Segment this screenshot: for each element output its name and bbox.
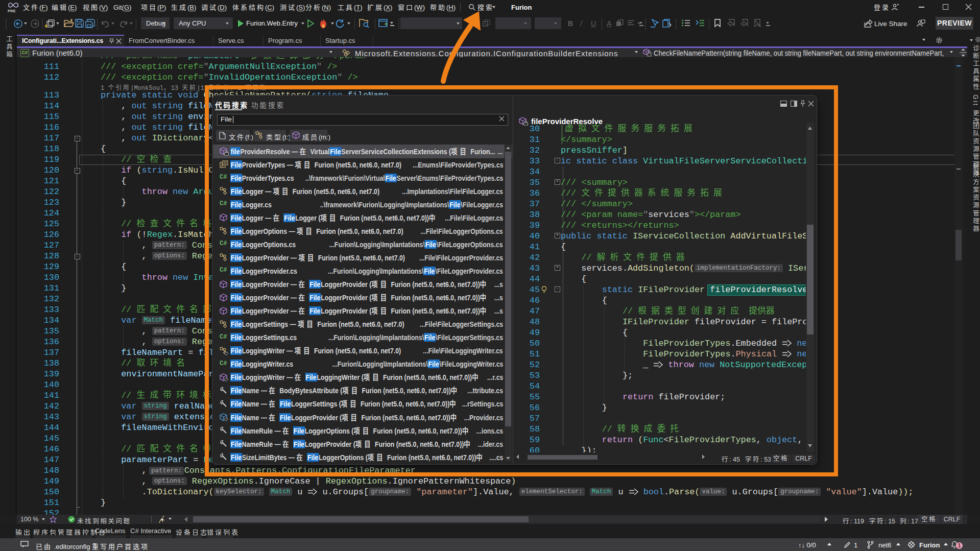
svg-text:PRE: PRE [8,9,15,13]
